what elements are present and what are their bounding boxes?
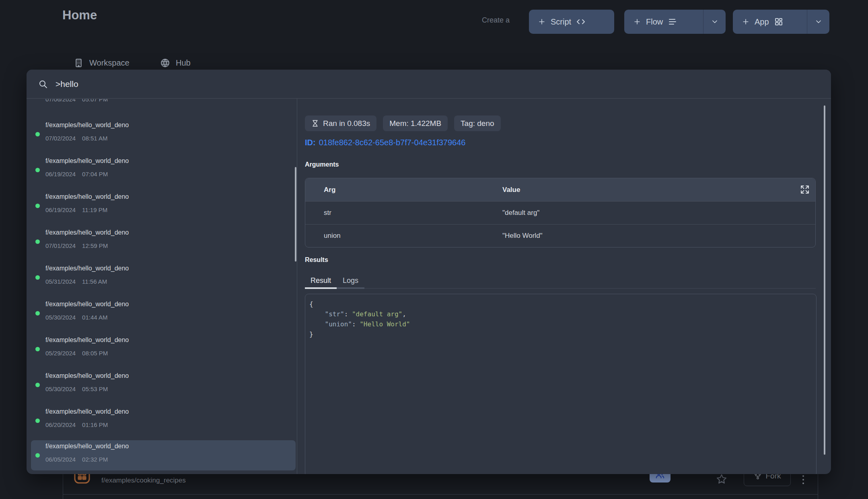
run-path: f/examples/hello_world_deno (45, 301, 129, 308)
run-status-dot (35, 453, 40, 458)
tab-workspace-label: Workspace (89, 58, 130, 68)
run-path: f/examples/hello_world_deno (45, 265, 129, 272)
hourglass-icon (311, 120, 319, 127)
run-status-dot (35, 347, 40, 351)
run-path: f/examples/hello_world_deno (45, 229, 129, 236)
result-json-viewer[interactable]: { "str": "default arg", "union": "Hello … (305, 294, 817, 474)
globe-icon (160, 58, 170, 68)
run-status-dot (35, 311, 40, 315)
run-id: ID:018fe862-8c62-65e8-b7f7-04e31f379646 (305, 138, 465, 147)
results-heading: Results (305, 256, 328, 264)
create-flow-dropdown[interactable] (703, 10, 726, 34)
arguments-table-header: Arg Value (305, 178, 815, 201)
create-flow-button[interactable]: Flow (624, 10, 703, 34)
arg-name: union (305, 232, 502, 240)
expand-icon[interactable] (800, 185, 810, 196)
arg-name: str (305, 209, 502, 217)
tab-hub-label: Hub (176, 58, 191, 68)
kebab-menu-icon[interactable] (802, 475, 804, 484)
result-json: { "str": "default arg", "union": "Hello … (309, 299, 812, 339)
arg-value: "Hello World" (502, 232, 815, 240)
results-tabs: Result Logs (305, 273, 816, 289)
run-list-item[interactable]: f/examples/hello_world_deno 05/31/202411… (31, 262, 296, 293)
run-path: f/examples/hello_world_deno (45, 408, 129, 415)
create-a-label: Create a (482, 16, 510, 25)
bars-icon (668, 17, 677, 27)
tab-hub[interactable]: Hub (160, 58, 191, 68)
run-list-item[interactable]: f/examples/hello_world_deno 05/30/202405… (31, 370, 296, 400)
run-path: f/examples/hello_world_deno (45, 443, 129, 450)
arguments-heading: Arguments (305, 161, 339, 168)
create-app-label: App (755, 17, 769, 27)
create-script-button[interactable]: Script (529, 10, 614, 34)
run-list-item[interactable]: f/examples/hello_world_deno 06/19/202407… (31, 155, 296, 185)
plus-icon (742, 18, 750, 26)
arguments-table: Arg Value str "default arg" union "Hello… (305, 178, 816, 247)
run-status-dot (35, 419, 40, 423)
chevron-down-icon (815, 18, 823, 26)
run-list-item[interactable]: f/examples/hello_world_deno 05/29/202408… (31, 334, 296, 364)
tab-result[interactable]: Result (305, 273, 337, 289)
col-header-value: Value (502, 186, 815, 194)
clipped-run-item[interactable]: 07/06/202405:07 PM (27, 99, 292, 107)
bg-table-right-border (818, 474, 818, 499)
chevron-down-icon (711, 18, 719, 26)
run-id-link[interactable]: 018fe862-8c62-65e8-b7f7-04e31f379646 (319, 138, 466, 147)
left-list-scrollbar[interactable] (295, 167, 296, 262)
run-list-item[interactable]: f/examples/hello_world_deno 05/30/202401… (31, 298, 296, 328)
run-list-item[interactable]: f/examples/hello_world_deno 06/19/202411… (31, 191, 296, 221)
run-badges: Ran in 0.083s Mem: 1.422MB Tag: deno (305, 115, 501, 131)
star-icon[interactable] (716, 473, 728, 487)
runtime-badge: Ran in 0.083s (305, 115, 376, 131)
page-title: Home (62, 8, 97, 23)
app-root: Home Create a Script Flow App (0, 0, 868, 499)
bg-row-path: f/examples/cooking_recipes (101, 476, 186, 485)
detail-panel-scrollbar[interactable] (824, 105, 825, 455)
code-icon (576, 17, 586, 27)
search-input[interactable]: >hello (56, 79, 78, 89)
run-path: f/examples/hello_world_deno (45, 157, 129, 165)
run-path: f/examples/hello_world_deno (45, 122, 129, 129)
panel-divider (297, 99, 297, 474)
run-list-item-selected[interactable]: f/examples/hello_world_deno 06/05/202402… (31, 440, 296, 470)
argument-row: union "Hello World" (305, 224, 815, 247)
tab-logs[interactable]: Logs (337, 273, 364, 289)
create-flow-label: Flow (646, 17, 663, 27)
run-list-item[interactable]: f/examples/hello_world_deno 07/01/202412… (31, 227, 296, 257)
run-list-item[interactable]: f/examples/hello_world_deno 06/20/202401… (31, 406, 296, 436)
building-icon (74, 58, 84, 68)
bg-row-divider (63, 494, 818, 495)
col-header-arg: Arg (305, 186, 502, 194)
run-status-dot (35, 204, 40, 208)
plus-icon (633, 18, 641, 26)
create-app-button-group: App (733, 10, 829, 34)
search-icon (38, 79, 48, 89)
tag-badge: Tag: deno (454, 115, 500, 131)
run-status-dot (35, 132, 40, 136)
run-status-dot (35, 275, 40, 280)
create-app-button[interactable]: App (733, 10, 807, 34)
tab-workspace[interactable]: Workspace (74, 58, 130, 68)
run-path: f/examples/hello_world_deno (45, 372, 129, 379)
arg-value: "default arg" (502, 209, 815, 217)
run-status-dot (35, 168, 40, 172)
plus-icon (538, 18, 546, 26)
search-bar[interactable]: >hello (27, 70, 831, 99)
run-list-item[interactable]: f/examples/hello_world_deno 07/02/202408… (31, 119, 296, 149)
run-path: f/examples/hello_world_deno (45, 193, 129, 200)
grid-icon (774, 17, 784, 27)
memory-badge: Mem: 1.422MB (383, 115, 448, 131)
run-path: f/examples/hello_world_deno (45, 336, 129, 344)
create-flow-button-group: Flow (624, 10, 726, 34)
quick-search-modal: >hello 07/06/202405:07 PM f/examples/hel… (27, 70, 831, 474)
create-script-label: Script (551, 17, 571, 27)
run-status-dot (35, 383, 40, 387)
create-app-dropdown[interactable] (807, 10, 829, 34)
run-status-dot (35, 239, 40, 244)
run-id-label: ID: (305, 138, 316, 147)
argument-row: str "default arg" (305, 201, 815, 224)
bg-table-left-border (63, 474, 63, 499)
